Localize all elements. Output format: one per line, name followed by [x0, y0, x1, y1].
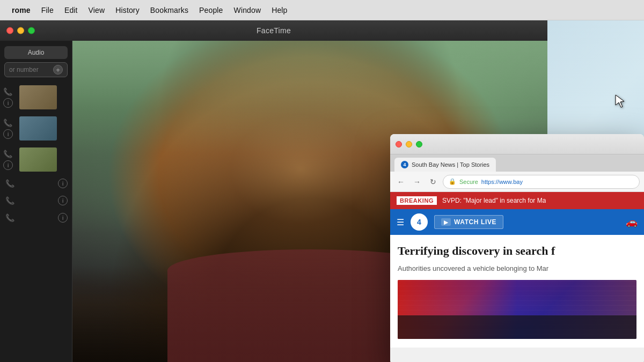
- breaking-news-bar: BREAKING SVPD: "Major lead" in search fo…: [390, 192, 644, 209]
- menu-file[interactable]: File: [36, 4, 59, 17]
- hamburger-menu-icon[interactable]: ☰: [397, 217, 404, 227]
- traffic-lights: [6, 27, 35, 34]
- forward-button[interactable]: →: [411, 175, 423, 188]
- add-contact-button[interactable]: +: [53, 65, 63, 75]
- info-icon[interactable]: i: [3, 98, 13, 108]
- contact-thumbnail: [19, 85, 57, 109]
- contact-thumbnail: [19, 147, 57, 172]
- facetime-sidebar: Audio + 📞 i 📞 i 📞 i: [0, 41, 72, 362]
- play-icon: ▶: [441, 218, 451, 226]
- news-logo: 4: [411, 213, 428, 231]
- news-subtext: Authorities uncovered a vehicle belongin…: [398, 263, 636, 274]
- menu-edit[interactable]: Edit: [59, 4, 83, 17]
- contact-thumbnail: [19, 116, 57, 141]
- call-icon[interactable]: 📞: [2, 117, 13, 128]
- news-content-area: Terrifying discovery in search f Authori…: [390, 235, 644, 348]
- browser-tab-bar: 4 South Bay News | Top Stories: [390, 154, 644, 172]
- breaking-label: BREAKING: [397, 196, 437, 205]
- call-icon[interactable]: 📞: [4, 212, 15, 223]
- browser-tab[interactable]: 4 South Bay News | Top Stories: [394, 158, 496, 172]
- minimize-button[interactable]: [17, 27, 24, 34]
- close-button[interactable]: [6, 27, 13, 34]
- news-headline: Terrifying discovery in search f: [398, 243, 636, 259]
- url-text: https://www.bay: [481, 179, 523, 185]
- info-icon[interactable]: i: [3, 129, 13, 139]
- browser-minimize-button[interactable]: [406, 141, 412, 147]
- menu-history[interactable]: History: [110, 4, 145, 17]
- browser-maximize-button[interactable]: [416, 141, 422, 147]
- contact-row: 📞 i: [0, 175, 72, 192]
- secure-label: Secure: [459, 179, 478, 185]
- watch-live-label: WATCH LIVE: [454, 218, 496, 226]
- cursor-arrow: [614, 94, 623, 111]
- address-bar[interactable]: 🔒 Secure https://www.bay: [443, 175, 640, 189]
- facetime-titlebar: FaceTime: [0, 20, 547, 41]
- contact-actions: 📞 i: [2, 86, 13, 108]
- tab-title: South Bay News | Top Stories: [412, 161, 489, 168]
- info-icon[interactable]: i: [58, 179, 68, 188]
- browser-window: 4 South Bay News | Top Stories ← → ↻ 🔒 S…: [390, 134, 644, 362]
- tab-favicon: 4: [401, 161, 408, 168]
- info-icon[interactable]: i: [3, 160, 13, 170]
- call-icon[interactable]: 📞: [4, 195, 15, 206]
- call-icon[interactable]: 📞: [2, 149, 13, 159]
- breaking-news-text: SVPD: "Major lead" in search for Ma: [442, 197, 546, 204]
- back-button[interactable]: ←: [394, 175, 407, 188]
- secure-lock-icon: 🔒: [449, 178, 456, 185]
- contact-actions: 📞 i: [2, 117, 13, 139]
- menubar: rome File Edit View History Bookmarks Pe…: [0, 0, 644, 20]
- menu-people[interactable]: People: [194, 4, 228, 17]
- browser-close-button[interactable]: [396, 141, 402, 147]
- menu-bookmarks[interactable]: Bookmarks: [145, 4, 194, 17]
- contact-row: 📞 i: [0, 82, 72, 113]
- contact-row: 📞 i: [0, 192, 72, 209]
- contact-row: 📞 i: [0, 113, 72, 144]
- call-icon[interactable]: 📞: [4, 178, 15, 189]
- facetime-title: FaceTime: [257, 26, 291, 35]
- news-site-nav: ☰ 4 ▶ WATCH LIVE 🚗: [390, 209, 644, 235]
- info-icon[interactable]: i: [58, 196, 68, 205]
- menu-window[interactable]: Window: [229, 4, 267, 17]
- search-input[interactable]: [9, 66, 47, 73]
- menu-chrome[interactable]: rome: [6, 4, 36, 17]
- contact-row: 📞 i: [0, 209, 72, 226]
- car-icon: 🚗: [626, 216, 638, 228]
- call-icon[interactable]: 📞: [2, 86, 13, 97]
- info-icon[interactable]: i: [58, 213, 68, 223]
- audio-button[interactable]: Audio: [4, 46, 68, 59]
- search-bar: +: [4, 62, 68, 77]
- maximize-button[interactable]: [28, 27, 35, 34]
- menu-help[interactable]: Help: [266, 4, 292, 17]
- refresh-button[interactable]: ↻: [427, 175, 440, 188]
- contact-actions: 📞 i: [2, 149, 13, 170]
- contact-row: 📞 i: [0, 144, 72, 175]
- watch-live-button[interactable]: ▶ WATCH LIVE: [434, 215, 503, 229]
- news-image: [398, 280, 636, 339]
- browser-nav-bar: ← → ↻ 🔒 Secure https://www.bay: [390, 172, 644, 192]
- menu-view[interactable]: View: [83, 4, 111, 17]
- browser-titlebar: [390, 134, 644, 154]
